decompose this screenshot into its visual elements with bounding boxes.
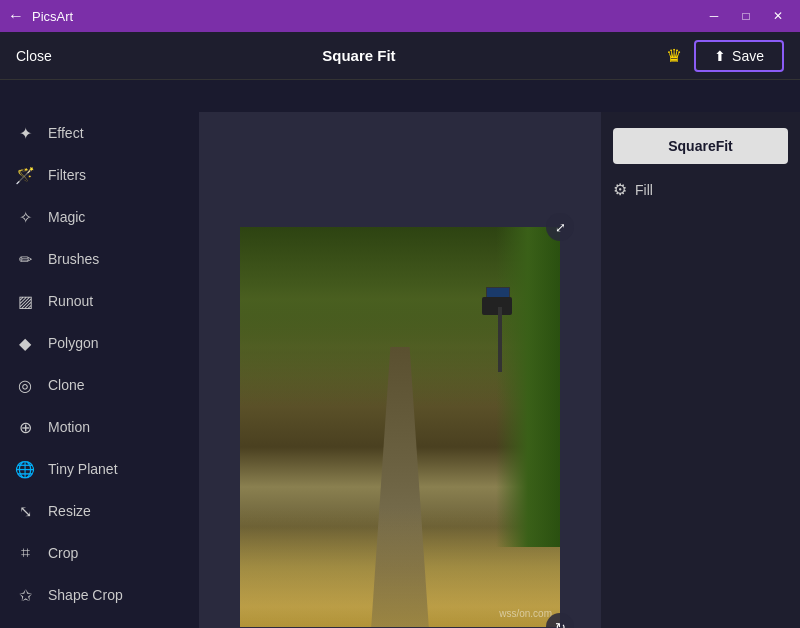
sidebar-items-container: ✦Effect🪄Filters✧Magic✏Brushes▨Runout◆Pol… (0, 112, 199, 628)
sidebar: ✦Effect🪄Filters✧Magic✏Brushes▨Runout◆Pol… (0, 112, 200, 628)
polygon-icon: ◆ (14, 332, 36, 354)
sidebar-label-tiny-planet: Tiny Planet (48, 461, 118, 477)
crop-icon: ⌗ (14, 542, 36, 564)
sidebar-item-motion[interactable]: ⊕Motion (0, 406, 199, 448)
title-bar-left: ← PicsArt (8, 7, 73, 25)
sidebar-item-brushes[interactable]: ✏Brushes (0, 238, 199, 280)
sidebar-label-resize: Resize (48, 503, 91, 519)
sidebar-item-shape-crop[interactable]: ✩Shape Crop (0, 574, 199, 616)
right-panel: SquareFit ⚙ Fill (600, 112, 800, 628)
sidebar-label-runout: Runout (48, 293, 93, 309)
sidebar-item-resize[interactable]: ⤡Resize (0, 490, 199, 532)
canvas-image: wss/on.com (240, 227, 560, 627)
header-right: ♛ ⬆ Save (666, 40, 784, 72)
sidebar-item-magic[interactable]: ✧Magic (0, 196, 199, 238)
filters-icon: 🪄 (14, 164, 36, 186)
title-bar-back-button[interactable]: ← (8, 7, 24, 25)
crown-icon: ♛ (666, 45, 682, 67)
title-bar: ← PicsArt ─ □ ✕ (0, 0, 800, 32)
expand-button[interactable]: ⤢ (546, 213, 574, 241)
sidebar-label-brushes: Brushes (48, 251, 99, 267)
lamp-head (482, 297, 512, 315)
sidebar-item-crop[interactable]: ⌗Crop (0, 532, 199, 574)
right-green (496, 227, 560, 547)
close-button[interactable]: ✕ (764, 6, 792, 26)
sidebar-label-shape-crop: Shape Crop (48, 587, 123, 603)
sidebar-label-clone: Clone (48, 377, 85, 393)
sidebar-label-magic: Magic (48, 209, 85, 225)
sidebar-item-filters[interactable]: 🪄Filters (0, 154, 199, 196)
save-label: Save (732, 48, 764, 64)
square-fit-button[interactable]: SquareFit (613, 128, 788, 164)
sidebar-label-filters: Filters (48, 167, 86, 183)
shape-crop-icon: ✩ (14, 584, 36, 606)
sidebar-label-effect: Effect (48, 125, 84, 141)
minimize-button[interactable]: ─ (700, 6, 728, 26)
gear-icon: ⚙ (613, 180, 627, 199)
sidebar-item-clone[interactable]: ◎Clone (0, 364, 199, 406)
effect-icon: ✦ (14, 122, 36, 144)
motion-icon: ⊕ (14, 416, 36, 438)
sidebar-label-crop: Crop (48, 545, 78, 561)
sidebar-item-tilt-shift[interactable]: ▦Tilt Shift (0, 616, 199, 628)
resize-icon: ⤡ (14, 500, 36, 522)
title-bar-app-name: PicsArt (32, 9, 73, 24)
maximize-button[interactable]: □ (732, 6, 760, 26)
page-title: Square Fit (322, 47, 395, 64)
sidebar-item-runout[interactable]: ▨Runout (0, 280, 199, 322)
sidebar-label-motion: Motion (48, 419, 90, 435)
watermark: wss/on.com (499, 608, 552, 619)
sidebar-item-effect[interactable]: ✦Effect (0, 112, 199, 154)
canvas-area: wss/on.com ⤢ ↻ (200, 112, 600, 628)
main-layout: ✦Effect🪄Filters✧Magic✏Brushes▨Runout◆Pol… (0, 112, 800, 628)
runout-icon: ▨ (14, 290, 36, 312)
magic-icon: ✧ (14, 206, 36, 228)
fill-label: Fill (635, 182, 653, 198)
canvas-wrapper: wss/on.com ⤢ ↻ (240, 227, 560, 627)
share-icon: ⬆ (714, 48, 726, 64)
rotate-button[interactable]: ↻ (546, 613, 574, 628)
title-bar-controls: ─ □ ✕ (700, 6, 792, 26)
fill-row[interactable]: ⚙ Fill (613, 176, 788, 203)
save-button[interactable]: ⬆ Save (694, 40, 784, 72)
lamp (482, 287, 512, 367)
lamp-post (498, 307, 502, 372)
brushes-icon: ✏ (14, 248, 36, 270)
sidebar-item-polygon[interactable]: ◆Polygon (0, 322, 199, 364)
tiny-planet-icon: 🌐 (14, 458, 36, 480)
clone-icon: ◎ (14, 374, 36, 396)
sidebar-item-tiny-planet[interactable]: 🌐Tiny Planet (0, 448, 199, 490)
header-close-button[interactable]: Close (16, 48, 52, 64)
app-header: Close Square Fit ♛ ⬆ Save (0, 32, 800, 80)
sidebar-label-polygon: Polygon (48, 335, 99, 351)
